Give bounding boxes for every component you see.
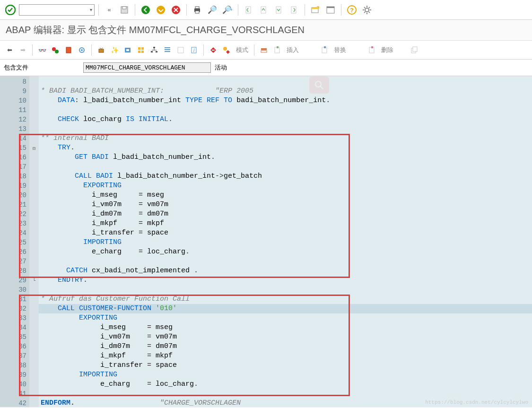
code-line[interactable] <box>39 389 532 399</box>
code-line[interactable]: DATA: l_badi_batch_number_int TYPE REF T… <box>39 96 532 105</box>
enhance-icon[interactable] <box>76 44 87 56</box>
back-icon[interactable] <box>139 3 152 17</box>
object-list-icon[interactable] <box>148 44 160 56</box>
cancel-icon[interactable] <box>169 3 183 17</box>
print-icon[interactable] <box>191 3 204 17</box>
svg-rect-35 <box>126 49 129 51</box>
separator <box>254 44 254 56</box>
svg-rect-7 <box>195 7 199 9</box>
svg-rect-10 <box>261 7 266 13</box>
code-line[interactable]: i_mseg = mseg <box>39 191 532 200</box>
ok-icon[interactable] <box>4 3 17 17</box>
code-line[interactable]: i_mkpf = mkpf <box>39 351 532 361</box>
help-icon[interactable]: ? <box>345 3 358 17</box>
svg-rect-8 <box>195 11 199 13</box>
code-line[interactable]: i_dm07m = dm07m <box>39 342 532 351</box>
chevron-down-icon: ▾ <box>90 7 92 12</box>
code-line[interactable] <box>39 257 532 266</box>
command-field[interactable]: ▾ <box>19 4 95 16</box>
svg-rect-48 <box>178 47 183 53</box>
find-icon[interactable]: 🔎 <box>206 3 219 17</box>
svg-point-53 <box>223 47 227 51</box>
code-line[interactable]: ** internal BADI <box>39 134 532 143</box>
where-used-icon[interactable] <box>135 44 147 56</box>
code-line[interactable]: i_transfer = space <box>39 228 532 238</box>
code-line[interactable]: IMPORTING <box>39 238 532 247</box>
file-info-label: 包含文件 <box>4 63 28 72</box>
code-line[interactable]: i_vm07m = vm07m <box>39 200 532 209</box>
svg-point-29 <box>55 50 59 53</box>
code-line[interactable]: i_dm07m = dm07m <box>39 209 532 219</box>
nav-back-icon[interactable]: ⬅ <box>4 44 15 56</box>
svg-line-26 <box>364 12 365 13</box>
code-line[interactable]: IMPORTING <box>39 370 532 380</box>
check-icon[interactable] <box>96 44 107 56</box>
svg-rect-56 <box>261 51 267 52</box>
page-first-icon[interactable] <box>242 3 255 17</box>
exit-icon[interactable] <box>154 3 167 17</box>
separator <box>98 4 99 16</box>
include-name-field[interactable] <box>83 62 211 73</box>
code-line[interactable]: CATCH cx_badi_not_implemented . <box>39 266 532 276</box>
code-line[interactable]: ENDFORM. "CHARGE_VORSCHLAGEN <box>39 399 532 408</box>
code-line[interactable]: i_mkpf = mkpf <box>39 219 532 228</box>
code-line[interactable]: EXPORTING <box>39 181 532 191</box>
display-toggle-icon[interactable]: 👓 <box>36 44 48 56</box>
test-icon[interactable] <box>122 44 133 56</box>
code-line[interactable]: EXPORTING <box>39 313 532 323</box>
svg-rect-11 <box>276 7 281 13</box>
code-line[interactable]: * BADI BADI_BATCH_NUMBER_INT: "ERP 2005 <box>39 87 532 96</box>
page-last-icon[interactable] <box>288 3 301 17</box>
svg-rect-37 <box>141 47 144 50</box>
code-line[interactable]: e_charg = loc_charg. <box>39 380 532 389</box>
svg-rect-2 <box>122 7 126 9</box>
code-line[interactable]: TRY. <box>39 143 532 153</box>
nav-stack-icon[interactable] <box>162 44 173 56</box>
active-inactive-icon[interactable] <box>50 44 61 56</box>
other-object-icon[interactable] <box>63 44 74 56</box>
page-down-icon[interactable] <box>272 3 286 17</box>
page-up-icon[interactable] <box>257 3 270 17</box>
svg-rect-39 <box>141 51 144 53</box>
code-line[interactable]: CHECK loc_charg IS INITIAL. <box>39 115 532 124</box>
file-status-label: 活动 <box>215 63 227 72</box>
code-line[interactable]: i_vm07m = vm07m <box>39 332 532 342</box>
code-line[interactable]: CALL CUSTOMER-FUNCTION '010' <box>39 304 532 313</box>
external-breakpoint-icon[interactable] <box>221 44 232 56</box>
clipboard-icon[interactable] <box>409 44 420 56</box>
replace-icon[interactable] <box>319 44 330 56</box>
layout-icon[interactable] <box>324 3 337 17</box>
code-line[interactable]: GET BADI l_badi_batch_number_int. <box>39 153 532 162</box>
code-line[interactable]: * Aufruf das Customer Function Call <box>39 295 532 304</box>
svg-rect-62 <box>371 46 373 48</box>
svg-point-19 <box>365 8 369 12</box>
code-line[interactable] <box>39 124 532 134</box>
back-double-icon[interactable]: « <box>103 3 116 17</box>
insert-icon[interactable] <box>271 44 283 56</box>
code-line[interactable]: ENDTRY. <box>39 276 532 285</box>
code-line[interactable]: CALL BADI l_badi_batch_number_int->get_b… <box>39 172 532 181</box>
code-line[interactable]: i_mseg = mseg <box>39 323 532 332</box>
activate-icon[interactable]: ✨ <box>109 44 120 56</box>
code-line[interactable] <box>39 162 532 172</box>
code-line[interactable] <box>39 285 532 295</box>
code-line[interactable]: i_transfer = space <box>39 361 532 370</box>
svg-point-32 <box>81 49 83 51</box>
breakpoint-icon[interactable] <box>208 44 219 56</box>
code-line[interactable]: e_charg = loc_charg. <box>39 247 532 257</box>
code-line[interactable] <box>39 77 532 87</box>
svg-line-25 <box>369 12 370 13</box>
delete-icon[interactable] <box>366 44 377 56</box>
help-doc-icon[interactable]: i <box>188 44 200 56</box>
code-line[interactable] <box>39 105 532 115</box>
new-session-icon[interactable] <box>309 3 322 17</box>
nav-forward-icon[interactable]: ➡ <box>17 44 28 56</box>
settings-icon[interactable] <box>360 3 374 17</box>
fullscreen-icon[interactable] <box>175 44 186 56</box>
pretty-print-icon[interactable] <box>258 44 270 56</box>
svg-line-27 <box>369 7 370 8</box>
find-next-icon[interactable]: 🔎+ <box>221 3 234 17</box>
save-icon[interactable] <box>118 3 131 17</box>
svg-rect-58 <box>277 46 279 48</box>
code-area[interactable]: https://blog.csdn.net/cylcylcylwo * BADI… <box>39 76 532 407</box>
